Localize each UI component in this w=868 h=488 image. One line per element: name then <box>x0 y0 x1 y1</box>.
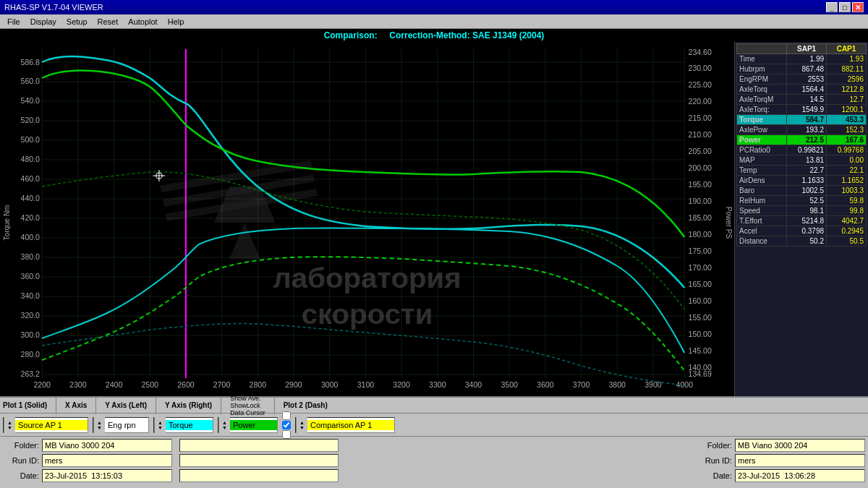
svg-text:420.0: 420.0 <box>21 214 41 222</box>
plot1-runid-input[interactable] <box>42 454 172 467</box>
cell-cap1: 59.8 <box>827 196 867 206</box>
menu-display[interactable]: Display <box>26 17 61 27</box>
app-title: RHAS-SP V1.7-04 VIEWER <box>4 3 103 12</box>
yaxis-left-select[interactable]: ▲ ▼ Torque <box>153 417 213 433</box>
cell-sap1: 1.1633 <box>787 176 827 186</box>
table-row: RelHum52.559.8 <box>737 196 867 206</box>
plot1-folder-input[interactable] <box>42 439 172 452</box>
plot1-header-label: Plot 1 (Solid) <box>3 401 47 409</box>
cell-cap1: 1212.8 <box>827 85 867 95</box>
table-row: T.Effort5214.84042.7 <box>737 216 867 226</box>
chart-area[interactable]: 586.8 560.0 540.0 520.0 500.0 480.0 460.… <box>0 42 734 396</box>
svg-text:2800: 2800 <box>250 381 267 389</box>
svg-text:134.69: 134.69 <box>689 370 712 378</box>
table-row: Baro1002.51003.3 <box>737 186 867 196</box>
svg-text:3000: 3000 <box>321 381 339 389</box>
cell-sap1: 1564.4 <box>787 85 827 95</box>
data-cursor-checkbox[interactable] <box>282 430 291 439</box>
plot2-source-arrow[interactable]: ▲ ▼ <box>296 417 307 433</box>
table-row: Accel0.37980.2945 <box>737 226 867 236</box>
plot2-runid-input[interactable] <box>735 454 865 467</box>
menubar: File Display Setup Reset Autoplot Help <box>0 14 868 29</box>
xaxis-value: Eng rpn <box>105 420 148 430</box>
bottom-panel: Plot 1 (Solid) X Axis Y Axis (Left) Y Ax… <box>0 396 868 488</box>
plot2-date-label: Date: <box>696 471 732 480</box>
plot2-date-input[interactable] <box>735 469 865 482</box>
cell-cap1: 1.93 <box>827 54 867 64</box>
cell-label: PCRatio0 <box>737 145 787 155</box>
svg-text:160.00: 160.00 <box>689 297 712 305</box>
data-table: SAP1 CAP1 Time1.991.93Hubrpm867.48882.11… <box>736 43 867 247</box>
plot2-header-label: Plot 2 (Dash) <box>284 401 328 409</box>
menu-file[interactable]: File <box>3 17 25 27</box>
close-button[interactable]: ✕ <box>852 2 864 12</box>
svg-text:300.0: 300.0 <box>21 331 41 339</box>
cell-label: Time <box>737 54 787 64</box>
cell-label: Baro <box>737 186 787 196</box>
menu-autoplot[interactable]: Autoplot <box>124 17 161 27</box>
menu-reset[interactable]: Reset <box>93 17 123 27</box>
cell-sap1: 584.7 <box>787 115 827 125</box>
cell-cap1: 50.5 <box>827 236 867 247</box>
cell-sap1: 50.2 <box>787 236 827 247</box>
cell-sap1: 13.81 <box>787 155 827 166</box>
cell-cap1: 167.6 <box>827 135 867 145</box>
plot1-folder-label: Folder: <box>3 441 39 450</box>
cell-sap1: 98.1 <box>787 206 827 216</box>
window-controls[interactable]: _ □ ✕ <box>826 2 864 12</box>
cell-cap1: 0.99768 <box>827 145 867 155</box>
middle-form <box>179 439 339 482</box>
svg-text:2900: 2900 <box>285 381 302 389</box>
plot2-source-select[interactable]: ▲ ▼ Comparison AP 1 <box>295 417 395 433</box>
svg-text:205.00: 205.00 <box>689 147 712 155</box>
cell-cap1: 99.8 <box>827 206 867 216</box>
svg-text:215.00: 215.00 <box>689 114 712 122</box>
source-value: Source AP 1 <box>15 420 88 430</box>
source-arrow[interactable]: ▲ ▼ <box>4 417 15 433</box>
showlock-checkbox[interactable] <box>282 421 291 429</box>
svg-text:190.00: 190.00 <box>689 197 712 205</box>
plot1-date-input[interactable] <box>42 469 172 482</box>
svg-text:210.00: 210.00 <box>689 131 712 139</box>
cell-cap1: 152.3 <box>827 125 867 135</box>
correction-method: Correction-Method: SAE J1349 (2004) <box>389 30 544 40</box>
svg-text:560.0: 560.0 <box>21 77 41 85</box>
svg-text:3800: 3800 <box>608 381 626 389</box>
yaxis-left-arrow[interactable]: ▲ ▼ <box>154 417 166 433</box>
plot1-folder-row: Folder: <box>3 439 172 452</box>
plot2-folder-input[interactable] <box>735 439 865 452</box>
plot-controls-row: ▲ ▼ Source AP 1 ▲ ▼ Eng rpn ▲ ▼ Torque ▲ <box>0 414 868 437</box>
menu-setup[interactable]: Setup <box>62 17 92 27</box>
table-row: Time1.991.93 <box>737 54 867 64</box>
plot1-runid-label: Run ID: <box>3 456 39 465</box>
xaxis-arrow[interactable]: ▲ ▼ <box>93 417 105 433</box>
table-row: Temp22.722.1 <box>737 166 867 176</box>
cell-label: AirDens <box>737 176 787 186</box>
svg-text:175.00: 175.00 <box>689 247 712 255</box>
plot2-folder-row: Folder: <box>696 439 865 452</box>
minimize-button[interactable]: _ <box>826 2 838 12</box>
menu-help[interactable]: Help <box>163 17 189 27</box>
plot1-date-row: Date: <box>3 469 172 482</box>
cell-sap1: 1549.9 <box>787 105 827 115</box>
svg-text:540.0: 540.0 <box>21 97 41 105</box>
middle-row3 <box>179 469 339 482</box>
spacer3 <box>179 469 339 482</box>
svg-text:170.00: 170.00 <box>689 264 712 272</box>
yaxis-right-arrow[interactable]: ▲ ▼ <box>218 417 230 433</box>
yaxis-right-select[interactable]: ▲ ▼ Power <box>218 417 278 433</box>
cell-label: T.Effort <box>737 216 787 226</box>
svg-text:320.0: 320.0 <box>21 312 41 320</box>
svg-text:500.0: 500.0 <box>21 136 41 144</box>
xaxis-select[interactable]: ▲ ▼ Eng rpn <box>93 417 149 433</box>
plot1-date-label: Date: <box>3 471 39 480</box>
cell-label: AxleTorq <box>737 85 787 95</box>
svg-text:лаборатория: лаборатория <box>273 263 461 294</box>
maximize-button[interactable]: □ <box>839 2 851 12</box>
source-select[interactable]: ▲ ▼ Source AP 1 <box>3 417 88 433</box>
cell-sap1: 0.99821 <box>787 145 827 155</box>
plot2-form: Folder: Run ID: Date: <box>696 439 865 482</box>
show-ave-checkbox[interactable] <box>282 411 291 420</box>
table-row: AirDens1.16331.1652 <box>737 176 867 186</box>
table-row: EngRPM25532596 <box>737 74 867 85</box>
